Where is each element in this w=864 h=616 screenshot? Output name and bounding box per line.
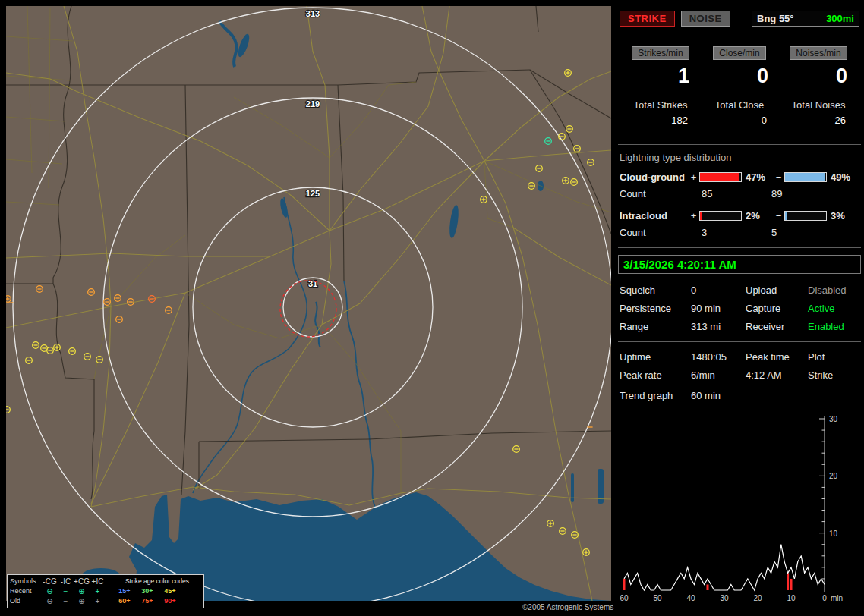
total-strikes-label: Total Strikes <box>621 99 700 111</box>
app-window: 31321912531 Symbols -CG -IC +CG +IC Stri… <box>0 0 864 616</box>
ic-negative-count: 5 <box>768 227 777 238</box>
svg-text:10: 10 <box>787 594 796 602</box>
age-90: 90+ <box>159 598 181 605</box>
totals-labels-row: Total Strikes Total Close Total Noises <box>621 99 858 111</box>
trend-row: Trend graph 60 min <box>620 390 859 401</box>
range-label: Range <box>620 321 691 332</box>
cg-positive-pct: 47% <box>743 171 774 183</box>
age-30: 30+ <box>136 588 159 595</box>
svg-text:313: 313 <box>306 9 320 18</box>
recent-ic-neg-icon: − <box>58 588 74 596</box>
ic-positive-count: 3 <box>689 227 768 238</box>
cg-positive-count: 85 <box>689 188 768 200</box>
squelch-value: 0 <box>691 284 746 296</box>
range-value: 313 mi <box>691 321 746 332</box>
stats-grid: Uptime 1480:05 Peak time Plot Peak rate … <box>620 351 859 381</box>
svg-text:20: 20 <box>753 594 762 602</box>
status-panel: STRIKE NOISE Bng 55° 300mi Strikes/min C… <box>616 5 862 613</box>
plus-sign: + <box>689 171 698 183</box>
peak-time-value: 4:12 AM <box>746 369 808 381</box>
legend-symbols-header: Symbols <box>10 578 42 585</box>
legend-age-header: Strike age color codes <box>113 578 201 585</box>
age-15: 15+ <box>113 588 136 595</box>
noise-mode-button[interactable]: NOISE <box>681 11 730 27</box>
datetime-value: 3/15/2026 4:20:11 AM <box>623 258 736 271</box>
total-noises-label: Total Noises <box>779 99 858 111</box>
intracloud-label: Intracloud <box>620 210 689 222</box>
total-strikes-value: 182 <box>621 115 700 126</box>
recent-cg-pos-icon: ⊕ <box>74 588 90 596</box>
rate-chips-row: Strikes/min Close/min Noises/min <box>621 46 858 60</box>
plot-mode-value: Strike <box>808 369 858 381</box>
svg-text:30: 30 <box>829 415 838 423</box>
cg-positive-bar <box>699 172 742 182</box>
peak-rate-label: Peak rate <box>620 369 691 381</box>
totals-values-row: 182 0 26 <box>621 115 858 126</box>
persistence-value: 90 min <box>691 303 746 314</box>
lightning-map[interactable]: 31321912531 <box>6 6 611 601</box>
close-per-min-button[interactable]: Close/min <box>713 46 765 60</box>
capture-status: Active <box>808 303 858 314</box>
trend-window-value: 60 min <box>691 390 746 401</box>
svg-text:40: 40 <box>686 594 695 602</box>
old-cg-pos-icon: ⊕ <box>74 598 90 605</box>
svg-text:0: 0 <box>822 594 827 602</box>
legend-col-ic-pos: +IC <box>90 578 106 586</box>
squelch-label: Squelch <box>620 284 691 296</box>
svg-text:10: 10 <box>829 530 838 538</box>
persistence-label: Persistence <box>620 303 691 314</box>
uptime-value: 1480:05 <box>691 351 746 363</box>
cloud-ground-row: Cloud-ground + 47% − 49% <box>620 170 859 184</box>
receiver-status: Enabled <box>808 321 858 332</box>
cg-negative-bar <box>784 172 827 182</box>
recent-ic-pos-icon: + <box>90 588 106 596</box>
cg-negative-pct: 49% <box>828 171 859 183</box>
close-per-min-value: 0 <box>700 63 779 89</box>
upload-label: Upload <box>746 284 808 296</box>
old-ic-pos-icon: + <box>90 598 106 605</box>
recent-cg-neg-icon: ⊖ <box>42 588 58 596</box>
legend-col-cg-neg: -CG <box>42 578 58 586</box>
ic-positive-pct: 2% <box>743 210 774 222</box>
old-ic-neg-icon: − <box>58 598 74 605</box>
minus-sign: − <box>774 210 783 222</box>
svg-text:min: min <box>831 594 843 602</box>
intracloud-row: Intracloud + 2% − 3% <box>620 209 859 222</box>
svg-text:219: 219 <box>306 99 320 108</box>
svg-text:20: 20 <box>829 472 838 480</box>
legend-recent-label: Recent <box>10 588 42 595</box>
plot-label: Plot <box>808 351 858 363</box>
plus-sign: + <box>689 210 698 222</box>
legend-col-ic-neg: -IC <box>58 578 74 586</box>
cg-count-label: Count <box>620 188 689 200</box>
peak-time-label: Peak time <box>746 351 808 363</box>
legend-col-cg-pos: +CG <box>74 578 90 586</box>
strikes-per-min-value: 1 <box>621 63 700 89</box>
rate-values-row: 1 0 0 <box>621 63 858 89</box>
map-legend: Symbols -CG -IC +CG +IC Strike age color… <box>7 574 204 608</box>
svg-text:30: 30 <box>720 594 729 602</box>
ic-count-row: Count 3 5 <box>620 227 859 238</box>
strike-mode-button[interactable]: STRIKE <box>620 11 675 27</box>
total-close-value: 0 <box>700 115 779 126</box>
total-close-label: Total Close <box>700 99 779 111</box>
distribution-title: Lightning type distribution <box>620 152 859 163</box>
minus-sign: − <box>774 171 783 183</box>
legend-old-label: Old <box>10 598 42 605</box>
trend-graph-chart: 1020306050403020100min <box>616 411 861 613</box>
map-canvas: 31321912531 <box>6 6 611 601</box>
noises-per-min-button[interactable]: Noises/min <box>790 46 847 60</box>
mode-toolbar: STRIKE NOISE Bng 55° 300mi <box>620 11 859 27</box>
datetime-box: 3/15/2026 4:20:11 AM <box>618 255 861 274</box>
receiver-label: Receiver <box>746 321 808 332</box>
peak-rate-value: 6/min <box>691 369 746 381</box>
cg-negative-count: 89 <box>768 188 782 200</box>
range-badge: 300mi <box>826 13 854 24</box>
age-75: 75+ <box>136 598 159 605</box>
strikes-per-min-button[interactable]: Strikes/min <box>632 46 689 60</box>
svg-text:50: 50 <box>653 594 662 602</box>
total-noises-value: 26 <box>779 115 858 126</box>
age-60: 60+ <box>113 598 136 605</box>
cg-count-row: Count 85 89 <box>620 188 859 200</box>
bearing-value: Bng 55° <box>757 13 794 24</box>
